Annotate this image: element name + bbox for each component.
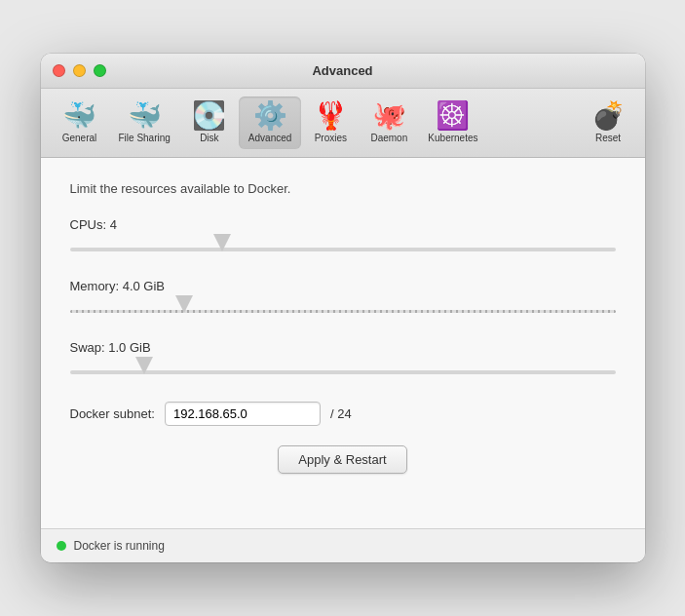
close-button[interactable] xyxy=(53,64,65,77)
toolbar-item-advanced[interactable]: ⚙️ Advanced xyxy=(239,96,301,149)
swap-slider[interactable] xyxy=(70,370,616,374)
subnet-input[interactable] xyxy=(165,402,321,426)
description-text: Limit the resources available to Docker. xyxy=(70,181,616,196)
kubernetes-label: Kubernetes xyxy=(428,133,477,143)
daemon-label: Daemon xyxy=(370,133,407,143)
minimize-button[interactable] xyxy=(73,64,86,77)
memory-section: Memory: 4.0 GiB xyxy=(70,279,616,321)
cpus-slider[interactable] xyxy=(70,248,616,251)
cpus-section: CPUs: 4 xyxy=(70,217,616,259)
file-sharing-icon: 🐳 xyxy=(128,102,162,130)
toolbar-item-daemon[interactable]: 🐙 Daemon xyxy=(360,96,418,149)
maximize-button[interactable] xyxy=(94,64,106,77)
kubernetes-icon: ☸️ xyxy=(436,102,470,130)
subnet-label: Docker subnet: xyxy=(70,406,155,421)
status-indicator xyxy=(57,541,66,551)
memory-slider-container xyxy=(70,301,616,321)
subnet-section: Docker subnet: / 24 xyxy=(70,402,616,426)
window-controls xyxy=(53,64,106,77)
file-sharing-label: File Sharing xyxy=(119,133,171,143)
toolbar-item-disk[interactable]: 💽 Disk xyxy=(180,96,239,149)
toolbar-item-kubernetes[interactable]: ☸️ Kubernetes xyxy=(418,96,487,149)
toolbar-item-file-sharing[interactable]: 🐳 File Sharing xyxy=(109,96,180,149)
advanced-label: Advanced xyxy=(248,133,291,143)
proxies-icon: 🦞 xyxy=(314,102,348,130)
window-title: Advanced xyxy=(312,63,372,78)
memory-label: Memory: 4.0 GiB xyxy=(70,279,616,293)
swap-slider-container xyxy=(70,363,616,382)
apply-button-container: Apply & Restart xyxy=(70,445,616,474)
titlebar: Advanced xyxy=(41,54,645,89)
disk-icon: 💽 xyxy=(192,102,226,130)
advanced-icon: ⚙️ xyxy=(253,102,287,130)
cpus-label: CPUs: 4 xyxy=(70,217,616,232)
memory-slider[interactable] xyxy=(70,310,616,313)
apply-restart-button[interactable]: Apply & Restart xyxy=(278,445,406,474)
statusbar: Docker is running xyxy=(41,528,645,562)
proxies-label: Proxies xyxy=(315,133,347,143)
swap-label: Swap: 1.0 GiB xyxy=(70,340,616,355)
toolbar-item-reset[interactable]: 💣 Reset xyxy=(582,96,635,149)
content-area: Limit the resources available to Docker.… xyxy=(41,158,645,528)
cpus-slider-container xyxy=(70,240,616,259)
subnet-suffix: / 24 xyxy=(330,406,352,421)
daemon-icon: 🐙 xyxy=(372,102,406,130)
swap-section: Swap: 1.0 GiB xyxy=(70,340,616,382)
main-window: Advanced 🐳 General 🐳 File Sharing 💽 Disk… xyxy=(41,54,645,562)
toolbar-item-proxies[interactable]: 🦞 Proxies xyxy=(301,96,360,149)
status-text: Docker is running xyxy=(74,539,165,553)
reset-label: Reset xyxy=(595,133,621,143)
general-icon: 🐳 xyxy=(62,102,96,130)
toolbar-item-general[interactable]: 🐳 General xyxy=(51,96,109,149)
reset-icon: 💣 xyxy=(591,102,626,130)
general-label: General xyxy=(62,133,97,143)
toolbar: 🐳 General 🐳 File Sharing 💽 Disk ⚙️ Advan… xyxy=(41,89,645,158)
disk-label: Disk xyxy=(200,133,218,143)
